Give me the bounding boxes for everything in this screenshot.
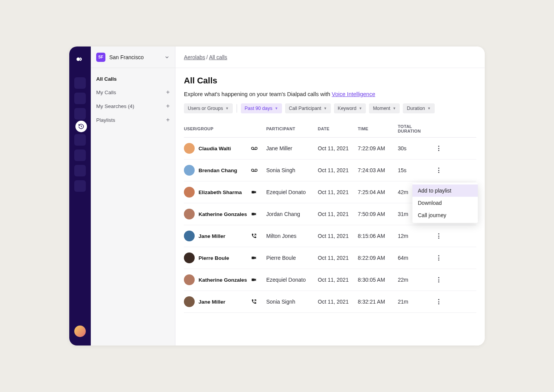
col-user: USER/GROUP bbox=[184, 126, 265, 131]
breadcrumb-current[interactable]: All calls bbox=[209, 54, 227, 60]
sidebar-item-label: My Searches (4) bbox=[96, 103, 134, 109]
avatar bbox=[184, 252, 195, 263]
date-cell: Oct 11, 2021 bbox=[318, 167, 356, 173]
breadcrumb-link-root[interactable]: Aerolabs bbox=[184, 54, 205, 60]
user-group-cell: Claudia Walti bbox=[184, 143, 265, 154]
user-name: Jane Miller bbox=[199, 299, 225, 305]
rail-item-call-history[interactable] bbox=[75, 121, 87, 132]
user-cell: Jane Miller bbox=[184, 296, 225, 307]
row-menu-button[interactable] bbox=[434, 297, 443, 307]
participant-cell: Pierre Boule bbox=[266, 255, 316, 261]
table-row[interactable]: Jane MillerMilton JonesOct 11, 20218:15:… bbox=[184, 225, 476, 247]
user-cell: Jane Miller bbox=[184, 231, 225, 241]
filter-chip-label: Past 90 days bbox=[245, 106, 272, 111]
duration-cell: 21m bbox=[398, 299, 432, 305]
menu-item[interactable]: Add to playlist bbox=[412, 184, 478, 197]
col-duration: TOTAL DURATION bbox=[398, 124, 432, 133]
avatar bbox=[184, 231, 195, 241]
svg-rect-8 bbox=[252, 279, 255, 281]
current-user-avatar[interactable] bbox=[74, 326, 86, 337]
filter-chip[interactable]: Call Participant▼ bbox=[285, 103, 331, 113]
svg-point-2 bbox=[255, 147, 257, 149]
menu-item[interactable]: Call journey bbox=[412, 209, 478, 221]
sidebar: SF San Francisco All CallsMy Calls+My Se… bbox=[91, 47, 175, 345]
table-row[interactable]: Brendan ChangSonia SinghOct 11, 20217:24… bbox=[184, 159, 476, 181]
filter-chip-label: Keyword bbox=[338, 106, 357, 111]
participant-cell: Sonia Singh bbox=[266, 167, 316, 173]
workspace-name: San Francisco bbox=[109, 54, 164, 60]
plus-icon[interactable]: + bbox=[166, 116, 170, 123]
workspace-badge: SF bbox=[96, 53, 105, 62]
filter-chip[interactable]: Duration▼ bbox=[403, 103, 434, 113]
filter-chip[interactable]: Users or Groups▼ bbox=[184, 103, 233, 113]
svg-point-4 bbox=[255, 169, 257, 171]
row-menu-button[interactable] bbox=[434, 165, 443, 175]
sidebar-item-label: Playlists bbox=[96, 117, 115, 123]
user-name: Brendan Chang bbox=[199, 168, 237, 173]
table-row[interactable]: Jane MillerSonia SignhOct 11, 20218:32:2… bbox=[184, 291, 476, 313]
chevron-down-icon: ▼ bbox=[359, 106, 362, 110]
chevron-down-icon: ▼ bbox=[427, 106, 431, 110]
sidebar-item[interactable]: My Searches (4)+ bbox=[91, 99, 175, 113]
time-cell: 8:30:05 AM bbox=[358, 277, 396, 283]
user-group-cell: Katherine Gonzales bbox=[184, 209, 265, 219]
voice-intelligence-link[interactable]: Voice Intelligence bbox=[332, 91, 375, 97]
user-cell: Katherine Gonzales bbox=[184, 274, 247, 285]
filter-chip-label: Moment bbox=[373, 106, 390, 111]
user-group-cell: Katherine Gonzales bbox=[184, 274, 265, 285]
table-row[interactable]: Claudia WaltiJane MillerOct 11, 20217:22… bbox=[184, 138, 476, 159]
avatar bbox=[184, 209, 195, 219]
participant-cell: Ezequiel Donato bbox=[266, 277, 316, 283]
date-cell: Oct 11, 2021 bbox=[318, 255, 356, 261]
duration-cell: 22m bbox=[398, 277, 432, 283]
rail-item[interactable] bbox=[74, 165, 86, 176]
time-cell: 8:22:09 AM bbox=[358, 255, 396, 261]
sidebar-nav: All CallsMy Calls+My Searches (4)+Playli… bbox=[91, 68, 175, 131]
filter-chip[interactable]: Keyword▼ bbox=[334, 103, 366, 113]
row-menu-button[interactable] bbox=[434, 275, 443, 285]
row-menu-button[interactable] bbox=[434, 253, 443, 263]
rail-item[interactable] bbox=[74, 77, 86, 89]
plus-icon[interactable]: + bbox=[166, 103, 170, 110]
chevron-down-icon: ▼ bbox=[225, 106, 229, 110]
rail-item[interactable] bbox=[74, 93, 86, 104]
filter-chip[interactable]: Moment▼ bbox=[369, 103, 400, 113]
svg-point-0 bbox=[77, 57, 80, 61]
rail-item[interactable] bbox=[74, 180, 86, 192]
duration-cell: 12m bbox=[398, 233, 432, 239]
participant-cell: Milton Jones bbox=[266, 233, 316, 239]
call-icon bbox=[251, 233, 258, 239]
user-name: Pierre Boule bbox=[199, 255, 229, 261]
rail-item[interactable] bbox=[74, 134, 86, 146]
date-cell: Oct 11, 2021 bbox=[318, 145, 356, 151]
menu-item[interactable]: Download bbox=[412, 197, 478, 209]
video-icon bbox=[251, 255, 258, 261]
sidebar-item[interactable]: My Calls+ bbox=[91, 85, 175, 99]
sidebar-item[interactable]: Playlists+ bbox=[91, 113, 175, 127]
user-name: Katherine Gonzales bbox=[199, 211, 247, 217]
plus-icon[interactable]: + bbox=[166, 89, 170, 96]
history-icon bbox=[78, 123, 84, 130]
filter-chip-label: Users or Groups bbox=[188, 106, 223, 111]
time-cell: 7:25:04 AM bbox=[358, 189, 396, 195]
svg-point-1 bbox=[252, 147, 254, 149]
row-menu-button[interactable] bbox=[434, 231, 443, 241]
avatar bbox=[184, 143, 195, 154]
sidebar-item-label: My Calls bbox=[96, 90, 116, 95]
user-group-cell: Jane Miller bbox=[184, 296, 265, 307]
rail-item[interactable] bbox=[74, 149, 86, 161]
rail-item[interactable] bbox=[74, 108, 86, 120]
sidebar-item[interactable]: All Calls bbox=[91, 73, 175, 85]
date-cell: Oct 11, 2021 bbox=[318, 299, 356, 305]
user-group-cell: Pierre Boule bbox=[184, 252, 265, 263]
duration-cell: 64m bbox=[398, 255, 432, 261]
row-context-menu: Add to playlistDownloadCall journey bbox=[412, 183, 478, 223]
time-cell: 7:22:09 AM bbox=[358, 145, 396, 151]
duration-cell: 15s bbox=[398, 167, 432, 173]
table-row[interactable]: Katherine GonzalesEzequiel DonatoOct 11,… bbox=[184, 269, 476, 291]
user-group-cell: Jane Miller bbox=[184, 231, 265, 241]
filter-chip[interactable]: Past 90 days▼ bbox=[241, 103, 282, 113]
table-row[interactable]: Pierre BoulePierre BouleOct 11, 20218:22… bbox=[184, 247, 476, 269]
row-menu-button[interactable] bbox=[434, 143, 443, 153]
workspace-switcher[interactable]: SF San Francisco bbox=[91, 47, 175, 68]
